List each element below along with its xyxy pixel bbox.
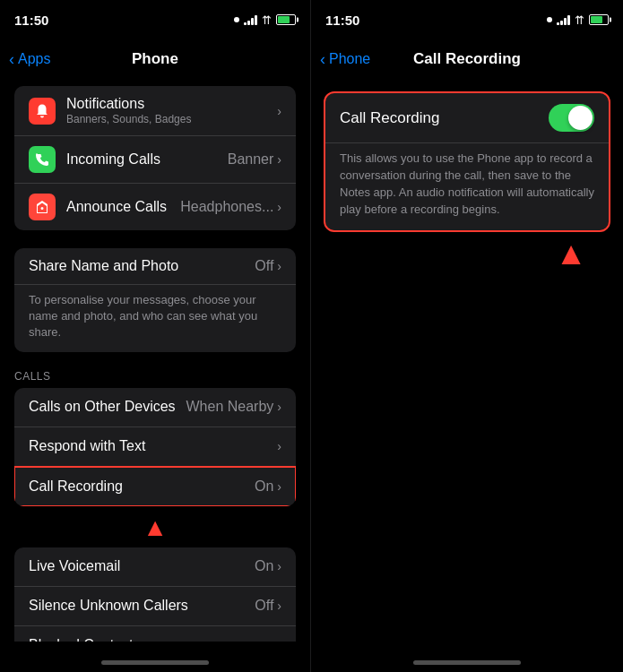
announce-calls-chevron-icon: › (277, 200, 281, 214)
settings-group-share: Share Name and Photo Off › To personalis… (0, 248, 310, 352)
notifications-title: Notifications (66, 96, 277, 112)
left-back-label: Apps (18, 51, 50, 67)
share-name-title: Share Name and Photo (29, 258, 255, 274)
incoming-calls-chevron-icon: › (277, 152, 281, 167)
left-status-icons: ⇈ (234, 13, 296, 27)
left-nav-bar: ‹ Apps Phone (0, 39, 310, 79)
right-battery-icon (589, 14, 609, 25)
right-scroll-content: Call Recording This allows you to use th… (311, 79, 623, 642)
notifications-subtitle: Banners, Sounds, Badges (66, 113, 277, 125)
blocked-contacts-row[interactable]: Blocked Contacts › (14, 626, 296, 642)
share-name-content: Share Name and Photo (29, 258, 255, 274)
notifications-row[interactable]: Notifications Banners, Sounds, Badges › (14, 86, 296, 136)
live-voicemail-title: Live Voicemail (29, 558, 255, 574)
right-back-label: Phone (329, 51, 370, 67)
announce-calls-value: Headphones... (180, 199, 273, 215)
notifications-content: Notifications Banners, Sounds, Badges (66, 96, 277, 125)
share-name-row[interactable]: Share Name and Photo Off › (14, 248, 296, 285)
call-recording-row[interactable]: Call Recording On › (14, 467, 296, 506)
calls-other-value: When Nearby (186, 399, 274, 415)
calls-other-content: Calls on Other Devices (29, 399, 186, 415)
settings-card-top: Notifications Banners, Sounds, Badges › … (14, 86, 296, 230)
right-back-chevron-icon: ‹ (320, 50, 325, 69)
silence-unknown-value: Off (255, 598, 273, 614)
calls-section-label: CALLS (0, 370, 310, 383)
share-name-card: Share Name and Photo Off › To personalis… (14, 248, 296, 352)
live-voicemail-row[interactable]: Live Voicemail On › (14, 547, 296, 587)
calls-other-devices-row[interactable]: Calls on Other Devices When Nearby › (14, 388, 296, 427)
left-home-bar (101, 660, 209, 665)
settings-group-calls: CALLS Calls on Other Devices When Nearby… (0, 370, 310, 506)
silence-unknown-title: Silence Unknown Callers (29, 598, 255, 614)
blocked-contacts-title: Blocked Contacts (29, 637, 277, 642)
blocked-contacts-content: Blocked Contacts (29, 637, 277, 642)
announce-calls-content: Announce Calls (66, 199, 180, 215)
blocked-contacts-chevron-icon: › (277, 638, 281, 642)
left-red-arrow-icon: ▲ (143, 515, 168, 540)
signal-bars-icon (244, 14, 257, 25)
notifications-chevron-icon: › (277, 104, 281, 118)
right-panel: 11:50 ⇈ ‹ Phone Call Recording C (311, 0, 623, 672)
share-name-value: Off (255, 258, 273, 274)
status-dot (234, 17, 239, 22)
call-recording-value: On (255, 478, 273, 495)
left-panel: 11:50 ⇈ ‹ Apps Phone (0, 0, 311, 672)
right-home-indicator (311, 642, 623, 672)
left-status-bar: 11:50 ⇈ (0, 0, 310, 39)
left-scroll-content: Notifications Banners, Sounds, Badges › … (0, 79, 310, 642)
share-name-description: To personalise your messages, choose you… (14, 285, 296, 352)
right-status-time: 11:50 (325, 13, 359, 28)
right-status-bar: 11:50 ⇈ (311, 0, 623, 39)
share-name-right: Off › (255, 258, 281, 274)
call-recording-toggle-row: Call Recording (325, 93, 609, 142)
incoming-calls-icon (29, 146, 56, 173)
call-recording-card-title: Call Recording (340, 109, 549, 127)
silence-unknown-chevron-icon: › (277, 599, 281, 613)
calls-card: Calls on Other Devices When Nearby › Res… (14, 388, 296, 506)
incoming-calls-right: Banner › (228, 151, 281, 168)
right-status-icons: ⇈ (547, 13, 609, 27)
bottom-card: Live Voicemail On › Silence Unknown Call… (14, 547, 296, 642)
silence-unknown-right: Off › (255, 598, 281, 614)
right-nav-title: Call Recording (413, 50, 521, 68)
right-signal-bars-icon (557, 14, 570, 25)
right-home-bar (413, 660, 521, 665)
incoming-calls-title: Incoming Calls (66, 151, 228, 168)
calls-other-right: When Nearby › (186, 399, 282, 415)
silence-unknown-row[interactable]: Silence Unknown Callers Off › (14, 587, 296, 626)
respond-text-content: Respond with Text (29, 438, 277, 454)
respond-text-chevron-icon: › (277, 439, 281, 453)
respond-text-row[interactable]: Respond with Text › (14, 427, 296, 467)
live-voicemail-value: On (255, 558, 273, 574)
right-nav-bar: ‹ Phone Call Recording (311, 39, 623, 79)
live-voicemail-right: On › (255, 558, 281, 574)
silence-unknown-content: Silence Unknown Callers (29, 598, 255, 614)
calls-other-chevron-icon: › (277, 400, 281, 414)
announce-calls-icon (29, 194, 56, 220)
left-home-indicator (0, 642, 310, 672)
call-recording-description: This allows you to use the Phone app to … (325, 142, 609, 230)
call-recording-right: On › (255, 478, 281, 495)
settings-group-top: Notifications Banners, Sounds, Badges › … (0, 86, 310, 230)
right-status-dot (547, 17, 552, 22)
settings-group-bottom: Live Voicemail On › Silence Unknown Call… (0, 547, 310, 642)
call-recording-chevron-icon: › (277, 479, 281, 494)
live-voicemail-chevron-icon: › (277, 559, 281, 573)
left-nav-title: Phone (132, 50, 178, 68)
notifications-icon (29, 98, 56, 125)
right-arrow-container: ▲ (325, 237, 609, 270)
announce-calls-row[interactable]: Announce Calls Headphones... › (14, 184, 296, 230)
left-status-time: 11:50 (14, 13, 48, 28)
right-wifi-icon: ⇈ (575, 13, 584, 27)
announce-calls-title: Announce Calls (66, 199, 180, 215)
back-chevron-icon: ‹ (9, 50, 14, 69)
announce-calls-right: Headphones... › (180, 199, 281, 215)
battery-icon (276, 14, 296, 25)
incoming-calls-value: Banner (228, 151, 274, 168)
share-name-chevron-icon: › (277, 259, 281, 273)
right-red-arrow-icon: ▲ (555, 237, 587, 270)
right-back-button[interactable]: ‹ Phone (320, 50, 370, 69)
incoming-calls-row[interactable]: Incoming Calls Banner › (14, 136, 296, 184)
left-back-button[interactable]: ‹ Apps (9, 50, 50, 69)
call-recording-toggle[interactable] (549, 104, 594, 132)
